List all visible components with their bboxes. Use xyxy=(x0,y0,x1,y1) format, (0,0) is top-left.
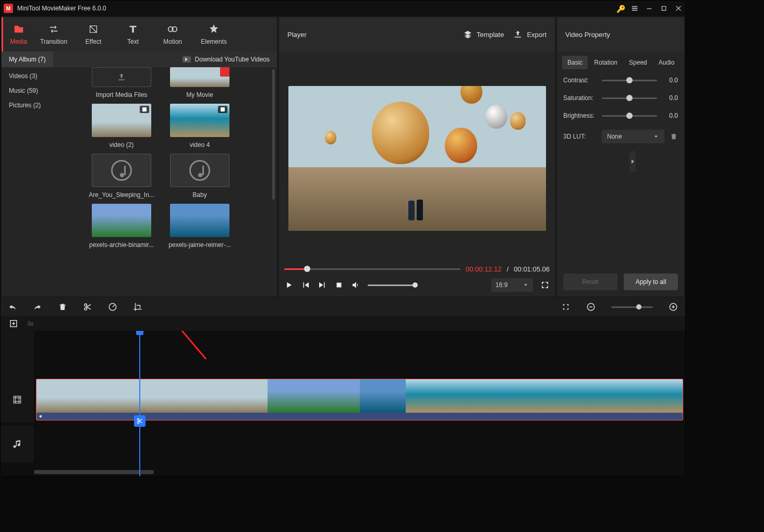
apply-all-button[interactable]: Apply to all xyxy=(624,274,678,290)
track-head-empty xyxy=(1,331,34,377)
speed-icon[interactable] xyxy=(108,302,117,312)
saturation-value: 0.0 xyxy=(662,94,678,102)
tab-label: Effect xyxy=(86,38,101,45)
lut-row: 3D LUT: None xyxy=(563,130,678,143)
expand-handle[interactable] xyxy=(629,151,636,172)
delete-icon[interactable] xyxy=(58,302,67,312)
fullscreen-icon[interactable] xyxy=(540,280,550,290)
youtube-icon xyxy=(183,56,191,63)
media-caption: pexels-archie-binamir... xyxy=(89,241,154,249)
lut-label: 3D LUT: xyxy=(563,133,597,140)
playhead[interactable] xyxy=(139,331,140,476)
media-item-pic2[interactable]: pexels-jaime-reimer-... xyxy=(163,204,236,249)
ptab-speed[interactable]: Speed xyxy=(624,56,652,69)
stop-icon[interactable] xyxy=(334,280,344,290)
menu-icon[interactable] xyxy=(631,5,638,12)
media-item-audio2[interactable]: Baby xyxy=(163,154,236,199)
import-label: Import Media Files xyxy=(96,91,148,98)
import-thumb xyxy=(92,67,151,87)
chevron-down-icon xyxy=(653,133,659,140)
reset-button[interactable]: Reset xyxy=(563,274,617,290)
media-caption: video (2) xyxy=(110,141,134,149)
zoom-in-icon[interactable] xyxy=(669,302,678,312)
template-button[interactable]: Template xyxy=(463,30,504,39)
zoom-out-icon[interactable] xyxy=(586,302,596,312)
timeline-ruler[interactable]: 0s xyxy=(1,316,685,331)
undo-icon[interactable] xyxy=(8,302,17,312)
contrast-slider[interactable] xyxy=(602,80,657,81)
crop-icon[interactable] xyxy=(133,302,142,312)
fit-icon[interactable] xyxy=(561,302,571,312)
maximize-icon[interactable] xyxy=(660,5,668,12)
zoom-slider[interactable] xyxy=(611,306,653,308)
track-head-video xyxy=(1,377,34,423)
export-label: Export xyxy=(527,31,547,39)
property-panel: Video Property Basic Rotation Speed Audi… xyxy=(557,17,684,296)
media-caption: Baby xyxy=(192,191,207,199)
tab-label: Motion xyxy=(163,38,182,45)
upload-icon xyxy=(117,72,126,82)
player-panel: Player Template Export xyxy=(279,17,555,296)
cat-pictures[interactable]: Pictures (2) xyxy=(9,102,72,109)
ptab-rotation[interactable]: Rotation xyxy=(589,56,623,69)
lut-select[interactable]: None xyxy=(602,130,664,143)
volume-slider[interactable] xyxy=(368,284,418,286)
ratio-value: 16:9 xyxy=(495,281,507,289)
media-item-audio1[interactable]: Are_You_Sleeping_In... xyxy=(85,154,158,199)
timeline-scrollbar[interactable] xyxy=(34,470,678,474)
video-preview[interactable] xyxy=(288,86,546,231)
app-title: MiniTool MovieMaker Free 6.0.0 xyxy=(17,5,616,12)
ptab-audio[interactable]: Audio xyxy=(653,56,680,69)
trash-icon[interactable] xyxy=(670,132,678,141)
add-track-icon[interactable] xyxy=(9,319,18,328)
tab-elements[interactable]: Elements xyxy=(192,17,235,52)
key-icon[interactable]: 🔑 xyxy=(616,5,624,12)
volume-icon[interactable] xyxy=(351,280,360,290)
export-button[interactable]: Export xyxy=(513,30,547,39)
tab-effect[interactable]: Effect xyxy=(74,17,113,52)
media-caption: video 4 xyxy=(190,141,210,149)
split-badge[interactable] xyxy=(134,415,145,427)
tab-label: Elements xyxy=(201,38,227,45)
media-item-mymovie[interactable]: My Movie xyxy=(163,67,236,98)
tab-media[interactable]: Media xyxy=(2,17,34,52)
lut-value: None xyxy=(607,133,622,140)
download-youtube-label: Download YouTube Videos xyxy=(195,56,270,63)
timeline-area[interactable] xyxy=(1,331,685,476)
seek-bar[interactable]: 00:00:12.12 / 00:01:05.06 xyxy=(284,265,550,273)
player-title: Player xyxy=(287,31,454,39)
brightness-slider[interactable] xyxy=(602,115,657,117)
time-current: 00:00:12.12 xyxy=(466,265,502,273)
template-icon xyxy=(463,30,472,39)
import-media-item[interactable]: Import Media Files xyxy=(85,67,158,98)
thumb xyxy=(92,154,151,187)
brightness-row: Brightness: 0.0 xyxy=(563,112,678,119)
media-item-video4[interactable]: video 4 xyxy=(163,104,236,149)
split-icon[interactable] xyxy=(83,302,92,312)
tab-motion[interactable]: Motion xyxy=(153,17,192,52)
media-caption: pexels-jaime-reimer-... xyxy=(168,241,231,249)
next-frame-icon[interactable] xyxy=(318,280,327,290)
prev-frame-icon[interactable] xyxy=(301,280,310,290)
tab-transition[interactable]: Transition xyxy=(34,17,74,52)
thumb xyxy=(170,204,229,237)
download-youtube-button[interactable]: Download YouTube Videos xyxy=(183,56,277,63)
saturation-label: Saturation: xyxy=(563,94,597,102)
time-total: 00:01:05.06 xyxy=(514,265,550,273)
aspect-ratio-select[interactable]: 16:9 xyxy=(491,278,533,292)
album-tab[interactable]: My Album (7) xyxy=(2,52,53,67)
media-item-video2[interactable]: video (2) xyxy=(85,104,158,149)
cat-music[interactable]: Music (59) xyxy=(9,87,72,94)
redo-icon[interactable] xyxy=(33,302,42,312)
property-tabs: Basic Rotation Speed Audio xyxy=(557,52,684,73)
play-icon[interactable] xyxy=(284,280,294,290)
video-clip[interactable] xyxy=(36,379,683,420)
export-icon xyxy=(513,30,523,39)
media-item-pic1[interactable]: pexels-archie-binamir... xyxy=(85,204,158,249)
ptab-basic[interactable]: Basic xyxy=(562,56,588,69)
saturation-slider[interactable] xyxy=(602,97,657,99)
tab-text[interactable]: Text xyxy=(113,17,153,52)
close-icon[interactable] xyxy=(675,5,682,12)
cat-videos[interactable]: Videos (3) xyxy=(9,72,72,80)
minimize-icon[interactable] xyxy=(646,5,653,12)
